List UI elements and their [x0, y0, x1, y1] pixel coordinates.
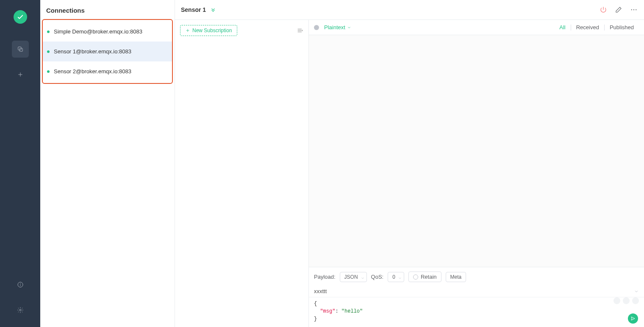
filter-received-tab[interactable]: Received: [571, 24, 604, 30]
connection-item[interactable]: Simple Demo@broker.emqx.io:8083: [43, 22, 172, 42]
messages-body[interactable]: [309, 35, 644, 267]
app-logo: [14, 10, 27, 24]
qos-select[interactable]: 0 ⌵: [388, 272, 404, 282]
collapse-icon: [297, 27, 303, 34]
retain-toggle[interactable]: Retain: [408, 272, 441, 282]
filter-all-tab[interactable]: All: [554, 24, 570, 30]
topbar: Sensor 1: [175, 0, 644, 20]
connection-indicator-icon: [314, 25, 319, 30]
payload-format-value: JSON: [344, 274, 358, 280]
meta-button[interactable]: Meta: [446, 272, 466, 282]
connection-label: Sensor 2@broker.emqx.io:8083: [54, 68, 131, 75]
nav-settings[interactable]: [12, 302, 29, 319]
send-button[interactable]: [628, 313, 638, 324]
connection-item[interactable]: Sensor 2@broker.emqx.io:8083: [43, 61, 172, 81]
payload-editor[interactable]: { "msg": "hello" }: [309, 297, 644, 327]
more-horizontal-icon: [630, 6, 638, 14]
format-select[interactable]: Plaintext: [324, 24, 351, 30]
nav-info[interactable]: [12, 276, 29, 293]
copy-icon: [17, 46, 24, 53]
chevron-down-icon: ⌵: [399, 274, 401, 279]
action-button-1[interactable]: [613, 297, 620, 304]
new-subscription-button[interactable]: New Subscription: [180, 25, 237, 36]
topbar-actions: [599, 6, 638, 14]
nav-connections[interactable]: [12, 41, 29, 58]
qos-label: QoS:: [371, 274, 384, 280]
disconnect-button[interactable]: [599, 6, 608, 14]
chevron-double-down-icon: [210, 7, 216, 13]
new-subscription-label: New Subscription: [192, 28, 232, 33]
collapse-subscriptions-button[interactable]: [297, 27, 303, 34]
payload-format-select[interactable]: JSON ⌵: [340, 272, 367, 282]
status-dot-icon: [47, 70, 50, 73]
send-icon: [630, 316, 636, 321]
retain-label: Retain: [421, 274, 437, 280]
edit-icon: [615, 6, 622, 14]
format-select-value: Plaintext: [324, 24, 345, 30]
connections-title: Connections: [40, 0, 175, 19]
info-icon: [17, 281, 24, 288]
main-panel: Sensor 1 New Subscription: [175, 0, 644, 327]
chevron-down-icon: ⌵: [361, 274, 364, 279]
nav-rail: [0, 0, 40, 327]
publish-footer: Payload: JSON ⌵ QoS: 0 ⌵ Retain Meta: [309, 267, 644, 327]
svg-point-6: [20, 283, 20, 284]
topic-input[interactable]: [314, 288, 634, 294]
action-button-3[interactable]: [632, 297, 639, 304]
connection-title: Sensor 1: [181, 6, 206, 13]
nav-new[interactable]: [12, 66, 29, 83]
connection-label: Simple Demo@broker.emqx.io:8083: [54, 28, 142, 35]
message-filter-tabs: All Received Published: [554, 24, 639, 30]
gear-icon: [17, 307, 24, 313]
topic-row: [309, 286, 644, 297]
publish-controls: Payload: JSON ⌵ QoS: 0 ⌵ Retain Meta: [309, 267, 644, 286]
connections-list: Simple Demo@broker.emqx.io:8083 Sensor 1…: [42, 19, 173, 84]
svg-point-7: [19, 309, 21, 311]
expand-connection-button[interactable]: [210, 7, 216, 13]
messages-panel: Plaintext All Received Published Payload…: [309, 20, 644, 327]
status-dot-icon: [47, 50, 50, 53]
connections-panel: Connections Simple Demo@broker.emqx.io:8…: [40, 0, 175, 327]
status-dot-icon: [47, 30, 50, 33]
plus-icon: [186, 28, 190, 33]
qos-value: 0: [392, 274, 395, 280]
connection-label: Sensor 1@broker.emqx.io:8083: [54, 48, 131, 55]
power-icon: [600, 6, 607, 14]
send-action-cluster: [613, 297, 639, 304]
plus-icon: [17, 71, 24, 78]
chevron-down-icon: [347, 25, 351, 30]
payload-label: Payload:: [314, 274, 336, 280]
radio-icon: [413, 274, 418, 280]
svg-point-9: [633, 9, 634, 10]
svg-point-8: [631, 9, 632, 10]
chevron-down-icon: [634, 289, 639, 294]
more-button[interactable]: [630, 6, 638, 14]
subscriptions-panel: New Subscription: [175, 20, 309, 327]
payload-code: { "msg": "hello" }: [314, 300, 639, 323]
filter-published-tab[interactable]: Published: [605, 24, 639, 30]
action-button-2[interactable]: [623, 297, 630, 304]
edit-button[interactable]: [614, 6, 623, 14]
topic-history-button[interactable]: [634, 289, 639, 294]
logo-icon: [17, 13, 24, 21]
messages-header: Plaintext All Received Published: [309, 20, 644, 35]
svg-point-10: [636, 9, 636, 10]
connection-item[interactable]: Sensor 1@broker.emqx.io:8083: [43, 42, 172, 61]
